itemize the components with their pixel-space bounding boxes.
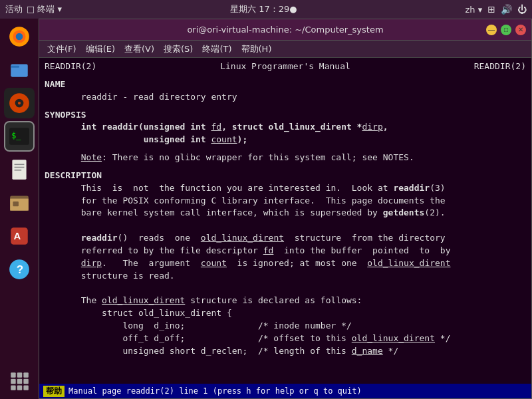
desc-readdir3: readdir bbox=[393, 183, 430, 193]
network-icon: ⊞ bbox=[487, 4, 495, 15]
main-window: $_ A ? bbox=[0, 19, 532, 399]
svg-rect-24 bbox=[11, 379, 15, 384]
maximize-button[interactable]: □ bbox=[501, 25, 511, 35]
language-selector[interactable]: zh ▾ bbox=[466, 5, 483, 15]
desc-old-dirent2: old_linux_dirent bbox=[367, 258, 450, 268]
volume-icon[interactable]: 🔊 bbox=[501, 4, 512, 15]
man-page-header: READDIR(2) Linux Programmer's Manual REA… bbox=[45, 61, 526, 73]
synopsis-count: count bbox=[211, 134, 237, 144]
svg-point-2 bbox=[16, 33, 23, 41]
terminal-window: ori@ori-virtual-machine: ~/Computer_syst… bbox=[39, 19, 532, 399]
synopsis-int1: int readdir(unsigned int bbox=[81, 122, 211, 132]
desc-old-dirent3: old_linux_dirent bbox=[102, 295, 185, 305]
sidebar-icon-files[interactable] bbox=[4, 55, 35, 85]
datetime-display: 星期六 17：29● bbox=[230, 3, 297, 15]
svg-rect-16 bbox=[13, 201, 19, 206]
svg-rect-15 bbox=[10, 199, 29, 211]
terminal-taskbar-icon[interactable]: □ 终端 ▾ bbox=[27, 3, 62, 15]
menu-help[interactable]: 帮助(H) bbox=[237, 42, 276, 57]
menu-terminal[interactable]: 终端(T) bbox=[198, 42, 235, 57]
synopsis-fd: fd bbox=[211, 122, 221, 132]
svg-rect-28 bbox=[17, 385, 22, 390]
sidebar: $_ A ? bbox=[0, 19, 39, 399]
man-struct-line1: struct old_linux_dirent { bbox=[45, 307, 526, 320]
system-bar: 活动 □ 终端 ▾ 星期六 17：29● zh ▾ ⊞ 🔊 ⏻ bbox=[0, 0, 532, 19]
man-header-center: Linux Programmer's Manual bbox=[220, 61, 350, 73]
man-desc-line7: dirp. The argument count is ignored; at … bbox=[45, 257, 526, 270]
man-name-body: readdir - read directory entry bbox=[45, 91, 526, 104]
sidebar-icon-terminal[interactable]: $_ bbox=[4, 121, 35, 152]
power-icon[interactable]: ⏻ bbox=[517, 4, 527, 15]
svg-rect-12 bbox=[15, 167, 25, 168]
man-desc-line3: bare kernel system call interface, which… bbox=[45, 207, 526, 219]
terminal-content[interactable]: READDIR(2) Linux Programmer's Manual REA… bbox=[39, 58, 531, 384]
struct-dname: d_name bbox=[352, 346, 383, 356]
svg-text:?: ? bbox=[17, 263, 23, 276]
svg-rect-27 bbox=[11, 385, 15, 390]
desc-getdents: getdents bbox=[383, 207, 425, 217]
synopsis-comma: , bbox=[383, 122, 388, 132]
menu-file[interactable]: 文件(F) bbox=[43, 42, 80, 57]
svg-rect-23 bbox=[23, 372, 28, 377]
man-synopsis-section: SYNOPSIS bbox=[45, 109, 526, 122]
svg-rect-21 bbox=[11, 372, 15, 377]
synopsis-paren: ); bbox=[237, 134, 248, 144]
man-desc-line8: structure is read. bbox=[45, 270, 526, 283]
close-button[interactable]: ✕ bbox=[515, 25, 526, 35]
sidebar-icon-software[interactable]: A bbox=[4, 221, 35, 251]
man-desc-line5: readdir() reads one old_linux_dirent str… bbox=[45, 232, 526, 245]
status-bar: 帮助 Manual page readdir(2) line 1 (press … bbox=[39, 384, 531, 398]
synopsis-struct: , struct old_linux_dirent * bbox=[221, 122, 362, 132]
menu-bar: 文件(F) 编辑(E) 查看(V) 搜索(S) 终端(T) 帮助(H) bbox=[39, 41, 531, 58]
status-text: Manual page readdir(2) line 1 (press h f… bbox=[68, 386, 362, 396]
svg-rect-22 bbox=[17, 372, 22, 377]
man-desc-line10: The old_linux_dirent structure is declar… bbox=[45, 295, 526, 307]
man-header-right: READDIR(2) bbox=[474, 61, 526, 73]
svg-text:$_: $_ bbox=[11, 131, 21, 140]
help-badge: 帮助 bbox=[43, 386, 65, 397]
menu-edit[interactable]: 编辑(E) bbox=[82, 42, 119, 57]
man-desc-line1: This is not the function you are interes… bbox=[45, 182, 526, 195]
menu-search[interactable]: 搜索(S) bbox=[160, 42, 197, 57]
svg-rect-11 bbox=[15, 164, 25, 166]
desc-fd2: fd bbox=[263, 245, 274, 255]
man-desc-line6: referred to by the file descriptor fd in… bbox=[45, 245, 526, 257]
man-struct-line4: unsigned short d_reclen; /* length of th… bbox=[45, 345, 526, 358]
activities-button[interactable]: 活动 bbox=[5, 3, 23, 15]
man-header-left: READDIR(2) bbox=[45, 61, 96, 73]
desc-old-dirent1: old_linux_dirent bbox=[201, 233, 284, 243]
desc-readdir-func: readdir bbox=[81, 233, 118, 243]
sidebar-icon-filemanager[interactable] bbox=[4, 188, 35, 218]
sidebar-icon-appgrid[interactable] bbox=[4, 366, 35, 396]
synopsis-uint: unsigned int bbox=[144, 134, 211, 144]
synopsis-dirp: dirp bbox=[362, 122, 382, 132]
struct-old-dirent: old_linux_dirent bbox=[352, 333, 435, 343]
man-synopsis-line1: int readdir(unsigned int fd, struct old_… bbox=[45, 121, 526, 134]
svg-rect-29 bbox=[23, 385, 28, 390]
sidebar-icon-music[interactable] bbox=[4, 88, 35, 118]
window-controls: — □ ✕ bbox=[486, 25, 526, 35]
menu-view[interactable]: 查看(V) bbox=[120, 42, 158, 57]
note-label: Note bbox=[81, 152, 102, 162]
title-bar: ori@ori-virtual-machine: ~/Computer_syst… bbox=[39, 19, 531, 41]
svg-rect-25 bbox=[17, 379, 22, 384]
system-bar-center: 星期六 17：29● bbox=[230, 3, 297, 15]
desc-dirp2: dirp bbox=[81, 258, 102, 268]
man-struct-line3: off_t d_off; /* offset to this old_linux… bbox=[45, 332, 526, 345]
man-description-section: DESCRIPTION bbox=[45, 170, 526, 182]
svg-rect-4 bbox=[11, 66, 19, 68]
man-desc-line2: for the POSIX conforming C library inter… bbox=[45, 195, 526, 207]
man-name-section: NAME bbox=[45, 78, 526, 91]
man-struct-line2: long d_ino; /* inode number */ bbox=[45, 320, 526, 332]
svg-rect-26 bbox=[23, 379, 28, 384]
man-desc-gap1 bbox=[45, 219, 526, 232]
svg-point-7 bbox=[18, 102, 21, 104]
sidebar-icon-firefox[interactable] bbox=[4, 21, 35, 52]
man-desc-gap2 bbox=[45, 283, 526, 295]
sidebar-icon-help[interactable]: ? bbox=[4, 254, 35, 285]
man-synopsis-line2: unsigned int count); bbox=[45, 134, 526, 146]
svg-rect-13 bbox=[15, 170, 22, 171]
desc-count2: count bbox=[201, 258, 227, 268]
minimize-button[interactable]: — bbox=[486, 25, 497, 35]
sidebar-icon-document[interactable] bbox=[4, 154, 35, 185]
